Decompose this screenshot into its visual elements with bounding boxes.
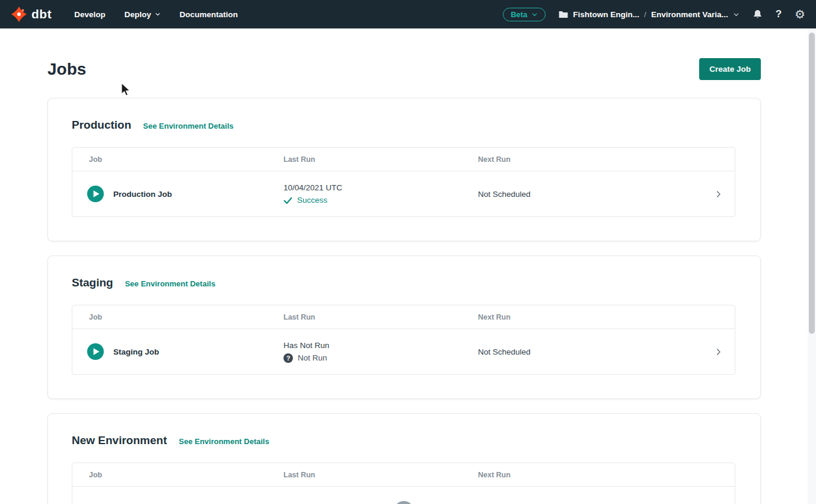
beta-badge[interactable]: Beta <box>503 8 546 21</box>
breadcrumb-project: Fishtown Engin... <box>573 10 639 19</box>
dbt-logo-text: dbt <box>31 7 52 21</box>
nav-documentation[interactable]: Documentation <box>180 10 238 19</box>
environment-card-header: Production See Environment Details <box>72 119 735 132</box>
scrollbar-thumb[interactable] <box>809 33 815 334</box>
jobs-table: Job Last Run Next Run Staging Job Has No… <box>72 305 735 375</box>
question-circle-icon: ? <box>283 353 293 363</box>
page-header: Jobs Create Job <box>47 58 761 80</box>
chevron-down-icon <box>531 11 538 18</box>
column-header-last-run: Last Run <box>267 155 461 164</box>
column-header-next-run: Next Run <box>461 313 702 321</box>
nav-documentation-label: Documentation <box>180 10 238 19</box>
nav-deploy-label: Deploy <box>125 10 151 19</box>
create-job-button[interactable]: Create Job <box>699 58 761 80</box>
nav-develop[interactable]: Develop <box>74 10 106 19</box>
top-nav: Develop Deploy Documentation <box>74 10 238 19</box>
column-header-last-run: Last Run <box>267 313 461 321</box>
environment-name: Staging <box>72 276 113 289</box>
chevron-right-icon <box>714 190 723 199</box>
column-header-next-run: Next Run <box>461 155 702 164</box>
status-badge: Not Run <box>298 353 327 362</box>
environment-card-header: Staging See Environment Details <box>72 276 735 289</box>
jobs-table-header: Job Last Run Next Run <box>72 463 735 487</box>
last-run-date: Has Not Run <box>283 341 461 350</box>
empty-jobs-state: ? <box>72 487 735 504</box>
see-environment-details-link[interactable]: See Environment Details <box>179 437 269 446</box>
next-run-cell: Not Scheduled <box>461 347 702 356</box>
notifications-button[interactable] <box>753 9 763 20</box>
environment-card-new-environment: New Environment See Environment Details … <box>47 413 761 504</box>
environment-name: New Environment <box>72 434 167 447</box>
see-environment-details-link[interactable]: See Environment Details <box>143 122 233 130</box>
last-run-cell: 10/04/2021 UTC Success <box>267 183 461 205</box>
see-environment-details-link[interactable]: See Environment Details <box>125 279 215 288</box>
breadcrumb-separator: / <box>644 10 646 19</box>
gear-icon: ⚙ <box>795 8 805 20</box>
environment-card-production: Production See Environment Details Job L… <box>47 98 761 241</box>
folder-icon <box>559 10 568 18</box>
column-header-last-run: Last Run <box>267 471 461 479</box>
chevron-down-icon <box>155 11 161 17</box>
page-title: Jobs <box>47 60 86 79</box>
chevron-down-icon <box>733 11 740 18</box>
jobs-table-header: Job Last Run Next Run <box>72 305 735 329</box>
table-row[interactable]: Production Job 10/04/2021 UTC Success No… <box>72 171 735 216</box>
dbt-logo-icon <box>11 6 27 23</box>
nav-develop-label: Develop <box>74 10 106 19</box>
column-header-next-run: Next Run <box>461 471 702 479</box>
next-run-cell: Not Scheduled <box>461 190 702 199</box>
check-icon <box>283 197 292 204</box>
job-details-chevron[interactable] <box>702 347 735 356</box>
topbar-right: Beta Fishtown Engin... / Environment Var… <box>503 8 805 21</box>
beta-label: Beta <box>511 10 527 19</box>
job-name: Production Job <box>113 190 172 199</box>
bell-icon <box>753 9 763 20</box>
job-details-chevron[interactable] <box>702 190 735 199</box>
column-header-job: Job <box>72 313 267 321</box>
scrollbar-track[interactable] <box>808 28 816 504</box>
job-cell: Production Job <box>72 185 267 203</box>
environment-card-header: New Environment See Environment Details <box>72 434 735 447</box>
last-run-cell: Has Not Run ? Not Run <box>267 341 461 363</box>
last-run-date: 10/04/2021 UTC <box>283 183 461 192</box>
run-play-button[interactable] <box>87 185 104 203</box>
cursor-arrow-icon <box>121 82 132 98</box>
breadcrumb[interactable]: Fishtown Engin... / Environment Varia... <box>559 10 739 19</box>
column-header-job: Job <box>72 155 267 164</box>
environment-name: Production <box>72 119 131 132</box>
jobs-table: Job Last Run Next Run Production Job 10/… <box>72 147 735 217</box>
table-row[interactable]: Staging Job Has Not Run ? Not Run Not Sc… <box>72 329 735 374</box>
help-button[interactable]: ? <box>776 8 782 20</box>
run-play-button[interactable] <box>87 343 104 361</box>
question-circle-icon: ? <box>394 501 414 504</box>
jobs-table-header: Job Last Run Next Run <box>72 148 735 171</box>
dbt-logo[interactable]: dbt <box>11 6 52 23</box>
status-line: Success <box>283 196 461 205</box>
settings-button[interactable]: ⚙ <box>795 8 805 20</box>
nav-deploy[interactable]: Deploy <box>125 10 161 19</box>
environment-card-staging: Staging See Environment Details Job Last… <box>47 256 761 399</box>
status-badge: Success <box>297 196 327 205</box>
breadcrumb-page: Environment Varia... <box>651 10 728 19</box>
topbar: dbt Develop Deploy Documentation Beta Fi… <box>0 0 816 28</box>
jobs-table: Job Last Run Next Run ? <box>72 462 735 504</box>
chevron-right-icon <box>714 347 723 356</box>
job-cell: Staging Job <box>72 343 267 361</box>
job-name: Staging Job <box>113 347 159 356</box>
help-icon: ? <box>776 8 782 20</box>
column-header-job: Job <box>72 471 267 479</box>
environments-list: Production See Environment Details Job L… <box>47 98 761 504</box>
status-line: ? Not Run <box>283 353 461 363</box>
